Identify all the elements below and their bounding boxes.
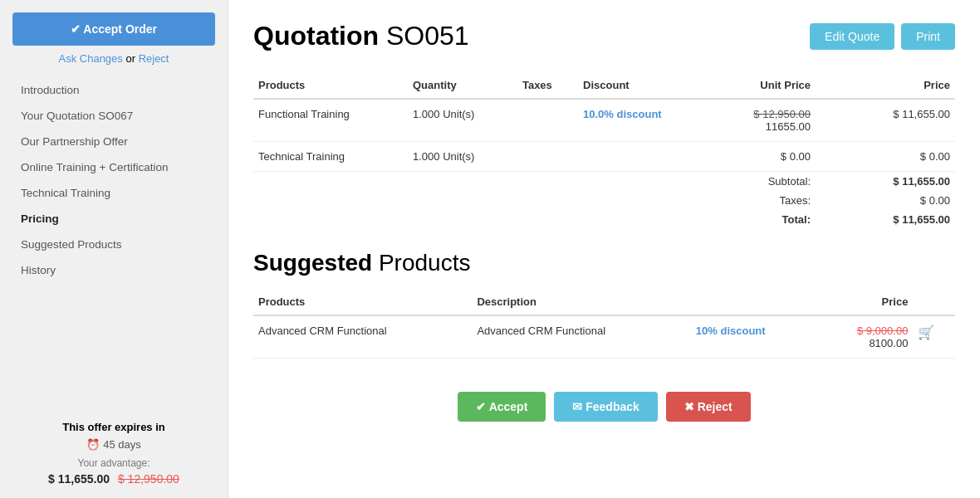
table-row: Advanced CRM Functional Advanced CRM Fun… [253, 315, 955, 359]
taxes-value [517, 99, 578, 142]
main-content: Quotation SO051 Edit Quote Print Product… [228, 0, 980, 498]
print-button[interactable]: Print [901, 23, 955, 50]
sugg-product-name: Advanced CRM Functional [253, 315, 472, 359]
bottom-actions: ✔ Accept ✉ Feedback ✖ Reject [253, 375, 955, 430]
sidebar-item-quotation[interactable]: Your Quotation SO067 [0, 103, 228, 129]
sugg-cart-action[interactable]: 🛒 [913, 315, 955, 359]
quantity-value: 1.000 Unit(s) [408, 99, 517, 142]
discount-link[interactable]: 10.0% discount [583, 108, 662, 120]
reject-link[interactable]: Reject [139, 52, 169, 65]
taxes-value: $ 0.00 [816, 191, 955, 210]
sidebar: ✔ Accept Order Ask Changes or Reject Int… [0, 0, 228, 498]
taxes-label: Taxes: [713, 191, 816, 210]
table-row: Technical Training 1.000 Unit(s) $ 0.00 … [253, 142, 955, 172]
expiry-box: This offer expires in ⏰ 45 days Your adv… [0, 408, 228, 498]
discount-value: 10.0% discount [578, 99, 713, 142]
sugg-col-description: Description [472, 289, 690, 315]
expiry-days: ⏰ 45 days [17, 438, 211, 451]
subtotal-row: Subtotal: $ 11,655.00 [253, 172, 955, 192]
quantity-value: 1.000 Unit(s) [408, 142, 517, 172]
prices-display: $ 11,655.00 $ 12,950.00 [17, 472, 211, 486]
or-text: or [123, 52, 139, 65]
sugg-price: $ 9,000.00 8100.00 [816, 315, 913, 359]
page-title: Quotation SO051 [253, 21, 469, 51]
total-label: Total: [713, 210, 816, 229]
old-price: $ 12,950.00 [118, 472, 179, 486]
sidebar-item-history[interactable]: History [0, 257, 228, 283]
subtotal-value: $ 11,655.00 [816, 172, 955, 192]
unit-price-sub: 11655.00 [766, 120, 811, 133]
col-price: Price [816, 72, 955, 99]
col-taxes: Taxes [517, 72, 578, 99]
subtotal-label: Subtotal: [713, 172, 816, 192]
feedback-button[interactable]: ✉ Feedback [554, 392, 657, 422]
header-buttons: Edit Quote Print [810, 23, 955, 50]
sidebar-item-technical-training[interactable]: Technical Training [0, 180, 228, 206]
product-name: Technical Training [253, 142, 408, 172]
price-value: $ 0.00 [816, 142, 955, 172]
reject-button[interactable]: ✖ Reject [666, 392, 751, 422]
suggested-products-title: Suggested Products [253, 250, 955, 276]
taxes-value [517, 142, 578, 172]
sidebar-item-introduction[interactable]: Introduction [0, 77, 228, 103]
clock-icon: ⏰ [86, 438, 100, 451]
col-discount: Discount [578, 72, 713, 99]
subtotal-section: Subtotal: $ 11,655.00 Taxes: $ 0.00 Tota… [253, 172, 955, 230]
unit-price-value: $ 0.00 [713, 142, 816, 172]
sugg-price-new: 8100.00 [821, 337, 908, 349]
advantage-label: Your advantage: [17, 457, 211, 469]
unit-price-value: $ 12,950.00 11655.00 [713, 99, 816, 142]
sidebar-item-suggested-products[interactable]: Suggested Products [0, 232, 228, 257]
accept-order-button[interactable]: ✔ Accept Order [12, 12, 215, 46]
ask-changes-link[interactable]: Ask Changes [59, 52, 123, 65]
edit-quote-button[interactable]: Edit Quote [810, 23, 894, 50]
sidebar-item-partnership[interactable]: Our Partnership Offer [0, 129, 228, 154]
sugg-price-old: $ 9,000.00 [857, 325, 908, 337]
unit-price-strikethrough: $ 12,950.00 [753, 108, 811, 120]
product-name: Functional Training [253, 99, 408, 142]
price-value: $ 11,655.00 [816, 99, 955, 142]
sugg-col-action [913, 289, 955, 315]
sidebar-change-reject-links: Ask Changes or Reject [0, 52, 228, 65]
page-header: Quotation SO051 Edit Quote Print [253, 21, 955, 51]
total-value: $ 11,655.00 [816, 210, 955, 229]
sugg-col-products: Products [253, 289, 472, 315]
taxes-row: Taxes: $ 0.00 [253, 191, 955, 210]
sugg-description: Advanced CRM Functional [472, 315, 690, 359]
suggested-products-table: Products Description Price Advanced CRM … [253, 289, 955, 359]
accept-button[interactable]: ✔ Accept [458, 392, 546, 422]
sidebar-item-online-training[interactable]: Online Training + Certification [0, 154, 228, 180]
cart-icon[interactable]: 🛒 [918, 325, 934, 339]
sidebar-navigation: Introduction Your Quotation SO067 Our Pa… [0, 77, 228, 283]
table-row: Functional Training 1.000 Unit(s) 10.0% … [253, 99, 955, 142]
sugg-col-discount [691, 289, 816, 315]
pricing-table: Products Quantity Taxes Discount Unit Pr… [253, 72, 955, 229]
sidebar-item-pricing[interactable]: Pricing [0, 206, 228, 232]
sugg-col-price: Price [816, 289, 913, 315]
col-unit-price: Unit Price [713, 72, 816, 99]
col-products: Products [253, 72, 408, 99]
current-price: $ 11,655.00 [48, 472, 110, 486]
total-row: Total: $ 11,655.00 [253, 210, 955, 229]
discount-value [578, 142, 713, 172]
col-quantity: Quantity [408, 72, 517, 99]
sugg-discount: 10% discount [691, 315, 816, 359]
expiry-title: This offer expires in [17, 421, 211, 433]
